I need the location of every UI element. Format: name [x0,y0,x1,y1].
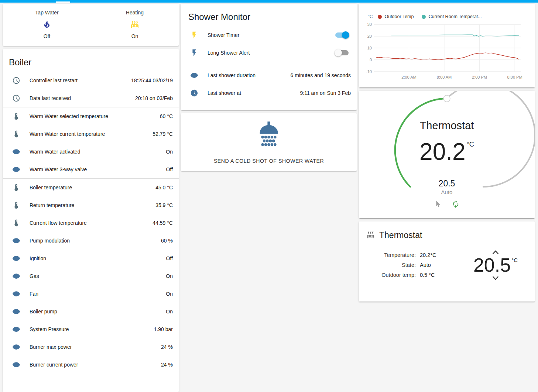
entity-value: On [166,291,173,297]
attribute-value: 20.2°C [420,250,436,260]
entity-label: Last shower at [208,90,241,96]
svg-text:8:00 AM: 8:00 AM [437,75,452,79]
legend-item-current-room-temperat: Current Room Temperat... [422,14,482,19]
entity-value: Off [166,255,173,261]
entity-row-data-last-received[interactable]: Data last received20:18 on 03/Feb [3,89,179,107]
entity-label: Last shower duration [208,72,256,78]
chart-header: °C Outdoor TempCurrent Room Temperat... [365,14,529,19]
decrease-temperature-button[interactable] [490,275,501,282]
entity-label: Boiler pump [30,309,57,314]
gauge-title: Thermostat [359,120,535,132]
entity-value: 35.9 °C [155,202,173,208]
eye-icon [12,343,20,351]
attribute-label: Temperature: [380,250,416,260]
thermometer-icon [12,183,20,192]
active-tab-indicator [56,1,70,3]
entity-label: Warm Water 3-way valve [30,166,87,172]
entity-row-system-pressure[interactable]: System Pressure1.90 bar [3,320,179,338]
entity-row-pump-modulation[interactable]: Pump modulation60 % [3,232,179,250]
glance-item-heating[interactable]: HeatingOn [91,10,179,39]
entity-row-last-shower-duration[interactable]: Last shower duration6 minutes and 19 sec… [181,66,357,84]
thermometer-icon [12,130,20,138]
thermostat-gauge-card: Thermostat 20.2°C 20.5 Auto [359,91,535,218]
entity-label: Fan [30,291,38,297]
entity-row-burner-max-power[interactable]: Burner max power24 % [3,338,179,356]
thermostat-attributes: Temperature:20.2°CState:AutoOutdoor temp… [380,250,436,280]
glance-entity-name: Heating [126,10,144,16]
svg-text:0: 0 [370,58,372,62]
attribute-row-temperature: Temperature:20.2°C [380,250,436,260]
entity-value: Off [166,166,173,172]
svg-text:-10: -10 [366,69,372,74]
temperature-history-chart: 3020100-102:00 AM8:00 AM2:00 PM8:00 PM [365,21,529,82]
entity-row-warm-water-current-temperature[interactable]: Warm Water current temperature52.79 °C [3,125,179,143]
eye-icon [12,254,20,262]
svg-text:2:00 AM: 2:00 AM [401,75,416,79]
glance-entity-state: On [131,33,138,39]
flash-icon [190,49,198,57]
cold-shot-button[interactable]: SEND A COLD SHOT OF SHOWER WATER [210,156,328,166]
entity-row-boiler-temperature[interactable]: Boiler temperature45.0 °C [3,179,179,196]
clock-icon [12,76,20,85]
clock-filled-icon [190,89,198,97]
long-shower-alert-switch[interactable] [335,49,349,56]
eye-icon [12,237,20,245]
entity-label: Return temperature [30,202,74,208]
entity-label: Long Shower Alert [208,50,250,56]
eye-icon [12,325,20,333]
entity-label: Shower Timer [208,32,239,38]
current-temperature: 20.2°C [359,138,535,165]
legend-color-dot [378,15,382,19]
entity-row-gas[interactable]: GasOn [3,267,179,285]
entity-label: Gas [30,273,39,279]
attribute-label: State: [380,260,416,270]
entity-row-ignition[interactable]: IgnitionOff [3,250,179,267]
boiler-row-group: Warm Water selected temperature60 °CWarm… [3,107,179,178]
current-temperature-unit: °C [467,141,474,148]
thermometer-icon [12,219,20,227]
legend-label: Outdoor Temp [384,14,414,19]
shower-timer-switch[interactable] [335,31,349,39]
toggle-row-shower-timer: Shower Timer [181,26,357,44]
svg-text:10: 10 [367,46,372,50]
autorenew-icon[interactable] [452,200,460,208]
entity-row-warm-water-selected-temperature[interactable]: Warm Water selected temperature60 °C [3,107,179,125]
entity-row-controller-last-restart[interactable]: Controller last restart18:25:44 03/02/19 [3,72,179,89]
entity-row-return-temperature[interactable]: Return temperature35.9 °C [3,196,179,214]
chart-y-unit-label: °C [368,14,373,19]
target-temperature-control: 20.5°C [473,248,518,282]
svg-text:8:00 PM: 8:00 PM [507,75,522,79]
glance-item-tap-water[interactable]: Tap WaterOff [3,10,91,39]
hvac-mode-label: Auto [359,189,535,195]
attribute-value: 0.5 °C [420,270,435,280]
temperature-history-card: °C Outdoor TempCurrent Room Temperat... … [359,4,535,87]
svg-text:20: 20 [367,34,372,38]
entity-value: 60 % [161,238,173,244]
entity-label: Current flow temperature [30,220,87,226]
entity-row-burner-current-power[interactable]: Burner current power24 % [3,356,179,374]
entity-row-fan[interactable]: FanOn [3,285,179,303]
entity-row-current-flow-temperature[interactable]: Current flow temperature44.59 °C [3,214,179,232]
boiler-row-group: Boiler temperature45.0 °CReturn temperat… [3,178,179,374]
entity-row-warm-water-3-way-valve[interactable]: Warm Water 3-way valveOff [3,161,179,178]
entity-value: 24 % [161,362,173,368]
radiator-icon [130,20,139,29]
entity-label: Controller last restart [30,78,78,83]
dial-knob[interactable] [443,95,450,102]
thermostat-info-header: Thermostat [359,221,535,240]
entity-label: Warm Water current temperature [30,131,105,137]
entity-label: Warm Water activated [30,149,80,155]
target-temperature-display: 20.5°C [473,255,518,275]
entity-row-warm-water-activated[interactable]: Warm Water activatedOn [3,143,179,161]
legend-item-outdoor-temp: Outdoor Temp [378,14,414,19]
target-temperature-value: 20.5 [473,254,511,276]
entity-row-last-shower-at[interactable]: Last shower at9:11 am on Sun 3 Feb [181,84,357,102]
entity-label: Burner current power [30,362,78,368]
eye-icon [12,148,20,156]
entity-label: Ignition [30,255,46,261]
chart-legend: Outdoor TempCurrent Room Temperat... [378,14,482,19]
eye-icon [12,272,20,280]
entity-row-boiler-pump[interactable]: Boiler pumpOn [3,303,179,320]
entity-value: 6 minutes and 19 seconds [291,72,351,78]
cursor-pointer-icon[interactable] [434,200,442,208]
